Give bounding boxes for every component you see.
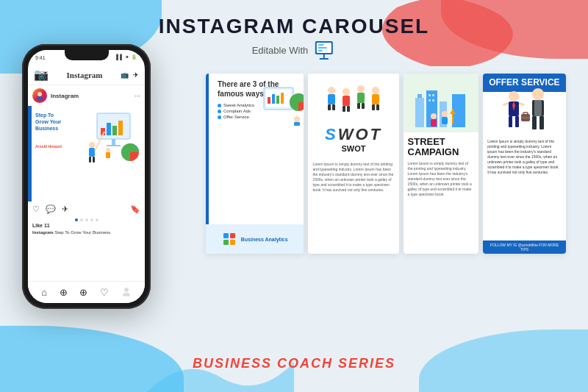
add-nav-icon[interactable]: ⊕ [79,287,87,298]
street-camp-title: STREET CAMPAIGN [408,137,475,158]
svg-rect-52 [372,94,379,104]
instagram-camera-icon[interactable]: 📷 [34,68,49,82]
comment-icon[interactable]: 💬 [46,204,56,214]
svg-rect-54 [376,104,379,110]
svg-rect-18 [89,157,91,163]
swot-illo [314,79,392,124]
svg-rect-60 [429,94,431,96]
profile-nav-icon[interactable] [121,286,132,299]
slide-illustration [86,110,141,168]
svg-rect-44 [343,96,350,106]
slide-preview-author: Arnold Howard [35,144,62,149]
svg-rect-61 [432,94,434,96]
svg-point-64 [431,113,437,119]
post-actions: ♡ 💬 ✈ 🔖 [28,202,145,217]
slide-4-illustration [483,92,566,136]
like-icon[interactable]: ♡ [32,204,40,214]
svg-rect-36 [230,233,235,238]
svg-rect-13 [118,121,123,135]
instagram-header-icons: 📺 ✈ [121,71,139,79]
svg-rect-2 [318,44,324,46]
svg-rect-65 [431,119,437,126]
instagram-send-icon[interactable]: ✈ [133,71,139,79]
svg-rect-80 [539,116,544,129]
svg-rect-46 [347,106,350,112]
slide-1-icon [222,232,237,246]
svg-rect-4 [318,50,323,51]
post-username: Instagram [51,93,79,99]
post-image: Step ToGrow YourBusiness Arnold Howard [28,106,145,202]
save-icon[interactable]: 🔖 [130,204,140,214]
svg-point-33 [294,116,300,122]
svg-rect-42 [332,104,335,110]
search-nav-icon[interactable]: ⊕ [60,287,68,298]
main-container: INSTAGRAM CAROUSEL Editable With 9:41 [0,0,588,392]
post-likes: Like 11 [28,223,145,229]
dot-3 [85,218,88,221]
svg-rect-41 [328,104,331,110]
svg-rect-34 [294,122,300,126]
slide-2-body: Lorem Ipsum is simply dummy text of the … [308,159,398,254]
dot-2 [80,218,83,221]
share-icon[interactable]: ✈ [62,204,68,214]
phone-bottom-nav: ⌂ ⊕ ⊕ ♡ [28,281,145,303]
post-more-icon[interactable]: ··· [135,92,140,100]
svg-rect-73 [515,116,519,127]
slide-4: OFFER SERVICE [483,74,566,254]
svg-rect-38 [230,240,235,245]
svg-rect-35 [223,233,229,238]
instagram-post: Instagram ··· Step ToGrow YourBusiness [28,85,145,281]
swot-label: SWOT [325,125,382,143]
svg-rect-55 [415,98,424,127]
slide-3-illustration [404,74,479,132]
svg-rect-79 [532,116,537,129]
svg-rect-45 [343,106,345,112]
svg-rect-3 [318,47,327,49]
svg-rect-23 [106,152,110,158]
svg-point-47 [357,85,365,93]
svg-rect-11 [107,123,111,135]
phone-outer: 9:41 ▌▌ ✦ 🔋 📷 Instagram 📺 ✈ [22,44,151,309]
svg-rect-72 [509,116,512,127]
svg-rect-30 [276,96,279,104]
dot-5 [96,218,98,221]
dot-4 [90,218,93,221]
svg-point-8 [37,96,43,100]
heart-nav-icon[interactable]: ♡ [100,287,109,298]
post-header: Instagram ··· [28,85,145,106]
carousel-preview: There are 3 of the famous ways Sweet Ana… [206,74,566,254]
svg-rect-17 [89,148,95,157]
post-caption: Instagram Step To Grow Your Business [28,229,145,237]
signal-icons: ▌▌ ✦ 🔋 [116,54,137,60]
svg-rect-19 [93,157,95,163]
slide-1-bottom: Business Analytics [206,224,304,254]
slide-4-body: Lorem Ipsum is simply dummy text of the … [483,136,566,240]
svg-rect-37 [223,240,229,245]
svg-point-25 [123,293,130,296]
svg-rect-15 [107,145,121,146]
svg-point-16 [89,142,95,148]
slide-1-illustration [260,76,301,117]
phone-mockup: 9:41 ▌▌ ✦ 🔋 📷 Instagram 📺 ✈ [22,44,151,309]
svg-rect-12 [112,126,117,135]
phone-screen: 9:41 ▌▌ ✦ 🔋 📷 Instagram 📺 ✈ [28,50,145,303]
slide-preview-title: Step ToGrow YourBusiness [35,112,61,132]
svg-rect-31 [281,93,284,104]
svg-rect-62 [429,99,431,101]
instagram-tv-icon[interactable]: 📺 [121,71,129,79]
slide-3-body: STREET CAMPAIGN Lorem Ipsum is simply du… [404,132,479,254]
svg-point-70 [509,91,519,101]
header-subtitle: Editable With [159,40,429,60]
svg-rect-59 [452,94,465,127]
svg-point-77 [532,88,544,100]
svg-rect-63 [432,99,434,101]
svg-point-24 [124,288,129,292]
svg-point-66 [442,111,448,117]
home-nav-icon[interactable]: ⌂ [41,287,47,298]
svg-rect-53 [372,104,375,110]
svg-point-7 [37,92,42,96]
svg-rect-28 [268,97,270,104]
svg-rect-49 [357,103,360,109]
svg-point-43 [343,88,350,96]
svg-rect-50 [362,103,365,109]
